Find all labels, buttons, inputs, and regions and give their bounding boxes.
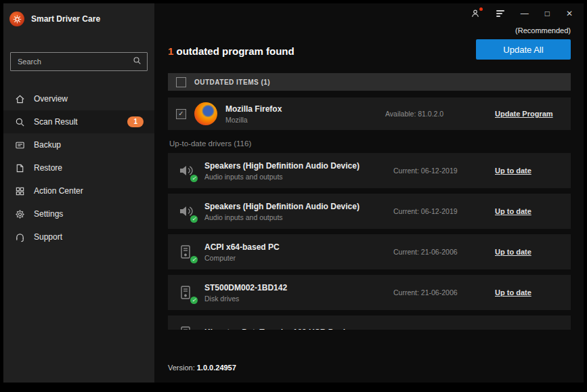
scan-result-count-badge: 1 [127,116,144,127]
select-all-checkbox[interactable] [176,77,186,87]
app-header: Smart Driver Care [3,3,154,29]
close-button[interactable]: ✕ [566,9,573,18]
usb-device-icon [176,324,195,330]
driver-current-date: Current: 06-12-2019 [393,167,495,175]
speaker-icon [176,202,195,221]
sidebar-item-overview[interactable]: Overview [3,87,154,110]
program-vendor: Mozilla [225,116,377,124]
uptodate-link[interactable]: Up to date [495,288,563,297]
sidebar-item-label: Restore [34,163,62,173]
backup-icon [14,139,25,150]
outdated-item-checkbox[interactable] [176,109,186,119]
menu-icon[interactable] [496,10,504,17]
page-title: 1 outdated program found [168,45,295,57]
sidebar-item-support[interactable]: Support [3,225,154,248]
driver-list: OUTDATED ITEMS (1) Mozilla Firefox Mozil… [168,73,571,330]
uptodate-link[interactable]: Up to date [495,207,563,215]
program-name: Mozilla Firefox [225,104,377,114]
headset-icon [14,232,25,242]
driver-row[interactable]: ST500DM002-1BD142 Disk drives Current: 2… [168,275,571,310]
version-row: Version:1.0.0.24957 [154,364,584,383]
sidebar-item-label: Support [34,232,62,242]
search-icon[interactable] [133,56,142,68]
magnifier-icon [14,116,25,127]
uptodate-check-icon [190,175,198,182]
uptodate-check-icon [190,256,198,263]
main-panel: — □ ✕ 1 outdated program found (Recommen… [154,3,584,383]
disk-icon [176,283,195,302]
sidebar-item-scan-result[interactable]: Scan Result 1 [3,110,154,133]
notification-dot [479,7,483,11]
home-icon [14,93,25,104]
sidebar: Smart Driver Care Overview Scan Result 1 [3,3,154,383]
uptodate-check-icon [190,215,198,223]
driver-current-date: Current: 21-06-2006 [393,288,495,297]
driver-category: Disk drives [204,295,393,303]
update-program-link[interactable]: Update Program [495,110,563,118]
search-box [10,52,148,71]
sidebar-item-settings[interactable]: Settings [3,202,154,225]
outdated-items-header-label: OUTDATED ITEMS (1) [194,79,270,86]
driver-row[interactable]: Speakers (High Definition Audio Device) … [168,194,571,229]
version-label: Version: [168,364,195,372]
app-logo-gear-icon [9,12,24,26]
driver-current-date: Current: 06-12-2019 [393,207,495,215]
driver-row[interactable]: ACPI x64-based PC Computer Current: 21-0… [168,234,571,269]
update-all-button[interactable]: Update All [476,39,571,60]
sidebar-item-label: Overview [34,94,68,104]
driver-name: ST500DM002-1BD142 [204,283,393,292]
minimize-button[interactable]: — [521,9,529,18]
driver-current-date: Current: 21-06-2006 [393,248,495,256]
search-input[interactable] [16,57,133,66]
uptodate-check-icon [190,297,198,304]
restore-icon [14,162,25,173]
uptodate-link[interactable]: Up to date [495,248,563,256]
driver-row[interactable]: Speakers (High Definition Audio Device) … [168,153,571,188]
driver-category: Computer [204,254,393,262]
firefox-icon [194,102,217,125]
driver-category: Audio inputs and outputs [204,213,393,221]
sidebar-item-action-center[interactable]: Action Center [3,179,154,202]
version-value: 1.0.0.24957 [197,364,236,372]
sidebar-item-restore[interactable]: Restore [3,156,154,179]
program-available-version: Available: 81.0.2.0 [385,110,487,118]
driver-name: Speakers (High Definition Audio Device) [204,202,393,211]
recommended-label: (Recommended) [515,26,571,35]
uptodate-section-label: Up-to-date drivers (116) [169,139,571,148]
sidebar-item-label: Backup [34,140,61,150]
driver-name: Speakers (High Definition Audio Device) [204,161,393,171]
sidebar-item-label: Action Center [34,186,83,196]
speaker-icon [176,161,195,180]
titlebar: — □ ✕ [154,3,584,24]
grid-icon [14,186,25,196]
user-icon[interactable] [471,9,480,18]
sidebar-nav: Overview Scan Result 1 Backup Restor [3,87,154,248]
app-window: Smart Driver Care Overview Scan Result 1 [3,3,584,383]
outdated-program-row[interactable]: Mozilla Firefox Mozilla Available: 81.0.… [168,97,571,130]
driver-row[interactable]: Kingston DataTraveler 109 USB Device Cur… [168,315,571,330]
driver-name: Kingston DataTraveler 109 USB Device [204,328,393,330]
driver-category: Audio inputs and outputs [204,173,393,181]
app-title: Smart Driver Care [31,14,100,24]
gear-icon [14,209,25,219]
outdated-items-header: OUTDATED ITEMS (1) [168,73,571,91]
sidebar-item-label: Settings [34,209,63,219]
sidebar-item-backup[interactable]: Backup [3,133,154,156]
computer-icon [176,242,195,261]
uptodate-link[interactable]: Up to date [495,167,563,175]
maximize-button[interactable]: □ [545,9,550,18]
results-header: 1 outdated program found (Recommended) U… [154,24,584,60]
driver-name: ACPI x64-based PC [204,242,393,252]
sidebar-item-label: Scan Result [34,117,78,127]
driver-current-date: Current: 21-06-2006 [393,329,495,330]
